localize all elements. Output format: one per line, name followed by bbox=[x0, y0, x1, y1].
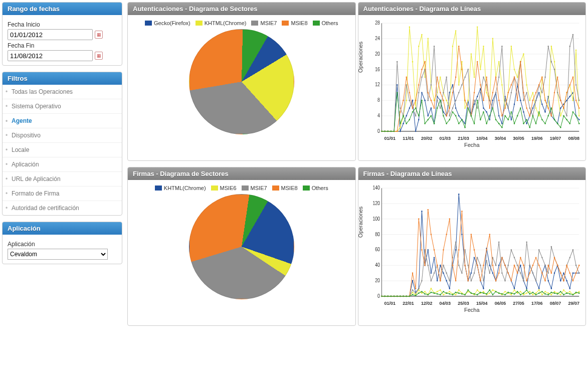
svg-point-440 bbox=[424, 291, 425, 292]
svg-point-154 bbox=[400, 107, 401, 109]
svg-point-41 bbox=[452, 84, 453, 86]
date-range-title: Rango de fechas bbox=[3, 3, 122, 15]
svg-point-484 bbox=[560, 294, 561, 295]
svg-point-641 bbox=[443, 291, 444, 292]
svg-point-681 bbox=[566, 292, 567, 294]
svg-point-642 bbox=[446, 292, 447, 294]
svg-point-536 bbox=[520, 272, 521, 274]
calendar-icon[interactable]: ▦ bbox=[95, 52, 103, 60]
svg-point-54 bbox=[492, 100, 493, 101]
svg-point-326 bbox=[529, 127, 530, 128]
svg-point-308 bbox=[473, 123, 474, 124]
calendar-icon[interactable]: ▦ bbox=[95, 31, 103, 39]
svg-point-121 bbox=[498, 61, 499, 63]
svg-point-186 bbox=[498, 77, 499, 78]
svg-point-126 bbox=[513, 69, 514, 70]
svg-point-385 bbox=[455, 249, 456, 251]
svg-point-175 bbox=[464, 77, 465, 78]
svg-point-221 bbox=[406, 77, 407, 78]
svg-text:16: 16 bbox=[375, 66, 380, 72]
svg-point-195 bbox=[526, 92, 527, 93]
svg-point-146 bbox=[575, 50, 576, 51]
svg-point-311 bbox=[483, 111, 484, 113]
svg-point-619 bbox=[575, 272, 576, 274]
svg-point-130 bbox=[526, 84, 527, 86]
svg-point-519 bbox=[467, 265, 468, 266]
svg-point-331 bbox=[544, 123, 545, 124]
svg-point-571 bbox=[427, 209, 428, 211]
svg-point-125 bbox=[510, 46, 511, 47]
svg-point-472 bbox=[523, 294, 524, 295]
svg-point-266 bbox=[544, 100, 545, 101]
filter-item[interactable]: Aplicación bbox=[3, 157, 122, 171]
svg-point-600 bbox=[516, 272, 517, 274]
x-tick: 25/03 bbox=[458, 301, 469, 306]
svg-point-209 bbox=[569, 46, 570, 47]
svg-point-569 bbox=[421, 249, 422, 251]
svg-point-462 bbox=[492, 289, 493, 291]
filter-item[interactable]: Locale bbox=[3, 142, 122, 157]
filter-item[interactable]: Autoridad de certificación bbox=[3, 201, 122, 215]
svg-point-171 bbox=[452, 107, 453, 109]
svg-point-229 bbox=[430, 100, 431, 101]
svg-point-204 bbox=[553, 69, 554, 70]
svg-point-675 bbox=[547, 294, 548, 295]
svg-point-240 bbox=[464, 100, 465, 101]
svg-point-595 bbox=[501, 257, 502, 258]
svg-point-170 bbox=[449, 115, 450, 117]
svg-point-599 bbox=[513, 265, 514, 266]
application-panel: Aplicación Aplicación Cevaldom bbox=[2, 222, 122, 264]
svg-point-396 bbox=[489, 265, 490, 266]
filter-item[interactable]: Sistema Operativo bbox=[3, 99, 122, 113]
svg-point-625 bbox=[393, 295, 394, 297]
filter-item[interactable]: Agente bbox=[3, 113, 122, 128]
svg-point-341 bbox=[575, 115, 576, 117]
svg-point-329 bbox=[538, 111, 539, 113]
filter-item[interactable]: Formato de Firma bbox=[3, 186, 122, 201]
svg-point-252 bbox=[501, 115, 502, 117]
svg-point-91 bbox=[406, 100, 407, 101]
svg-point-526 bbox=[489, 272, 490, 274]
svg-text:20: 20 bbox=[375, 51, 380, 57]
end-date-input[interactable] bbox=[8, 50, 93, 61]
svg-point-319 bbox=[507, 119, 508, 120]
svg-point-450 bbox=[455, 294, 456, 295]
svg-point-79 bbox=[569, 96, 570, 97]
svg-point-320 bbox=[510, 111, 511, 113]
svg-point-665 bbox=[516, 291, 517, 292]
svg-point-567 bbox=[415, 288, 416, 289]
application-label: Aplicación bbox=[8, 241, 117, 248]
svg-point-663 bbox=[510, 292, 511, 294]
svg-point-588 bbox=[480, 280, 481, 282]
svg-point-30 bbox=[418, 119, 419, 120]
sig-line-ylabel: Operaciones bbox=[358, 207, 363, 238]
svg-point-603 bbox=[526, 280, 527, 282]
auth-line-xlabel: Fecha bbox=[362, 142, 582, 148]
svg-point-552 bbox=[569, 257, 570, 258]
x-tick: 19/06 bbox=[531, 136, 543, 141]
svg-point-546 bbox=[550, 246, 551, 248]
filter-item[interactable]: URL de Aplicación bbox=[3, 171, 122, 186]
svg-point-660 bbox=[501, 293, 502, 295]
svg-point-208 bbox=[566, 115, 567, 117]
svg-point-459 bbox=[483, 291, 484, 292]
svg-point-582 bbox=[461, 211, 462, 212]
svg-point-95 bbox=[418, 46, 419, 47]
svg-point-31 bbox=[421, 92, 422, 93]
svg-point-27 bbox=[409, 107, 410, 109]
svg-point-671 bbox=[535, 294, 536, 295]
svg-point-608 bbox=[541, 272, 542, 274]
svg-point-212 bbox=[578, 100, 579, 101]
svg-point-554 bbox=[575, 265, 576, 266]
application-select[interactable]: Cevaldom bbox=[8, 249, 108, 260]
svg-point-422 bbox=[569, 288, 570, 289]
x-tick: 30/05 bbox=[513, 136, 524, 141]
filter-item[interactable]: Todas las Operaciones bbox=[3, 85, 122, 99]
start-date-input[interactable] bbox=[8, 29, 93, 40]
svg-point-471 bbox=[520, 291, 521, 292]
filter-item[interactable]: Dispositivo bbox=[3, 128, 122, 142]
svg-point-238 bbox=[458, 46, 459, 47]
svg-point-662 bbox=[507, 292, 508, 293]
svg-point-451 bbox=[458, 289, 459, 291]
svg-point-501 bbox=[412, 289, 413, 291]
